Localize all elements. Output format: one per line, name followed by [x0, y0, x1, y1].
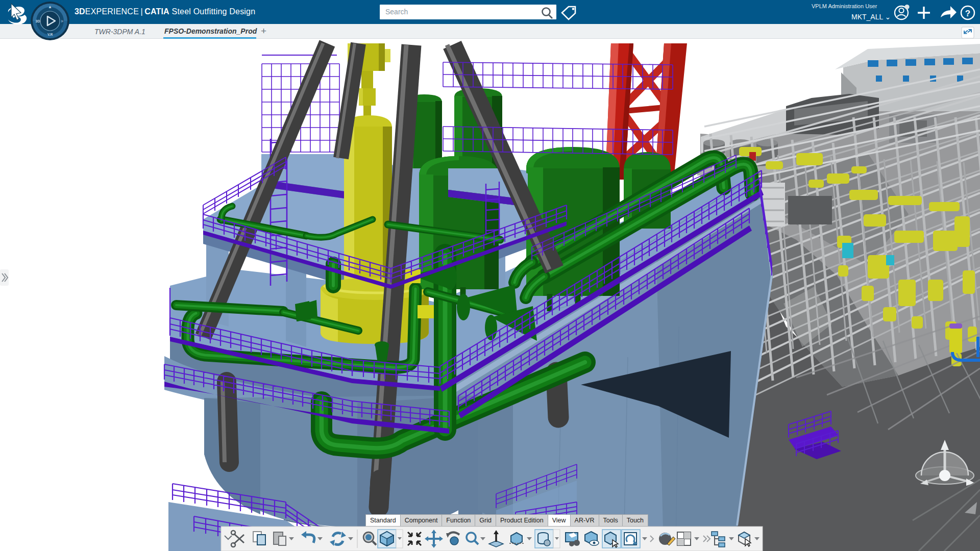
svg-text:3D: 3D [36, 19, 40, 23]
svg-text:V.R: V.R [47, 33, 53, 36]
svg-text:i²: i² [61, 19, 64, 23]
svg-text:▲: ▲ [48, 5, 52, 9]
svg-text:?: ? [965, 9, 970, 18]
